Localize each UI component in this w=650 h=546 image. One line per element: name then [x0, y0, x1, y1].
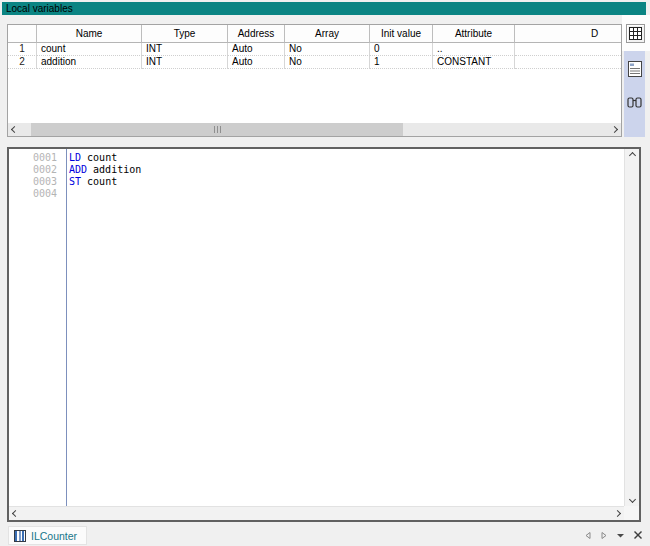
chevron-up-icon [628, 152, 635, 159]
scroll-up-button[interactable] [626, 149, 639, 162]
document-tab-bar: ILCounter [0, 524, 650, 546]
column-header-name[interactable]: Name [37, 25, 142, 43]
tab-navigation [584, 530, 643, 540]
local-variables-table: Name Type Address Array Init value Attri… [7, 24, 622, 137]
scroll-down-button[interactable] [626, 493, 639, 506]
tab-list-dropdown-button[interactable] [616, 531, 625, 540]
line-number: 0001 [9, 152, 62, 164]
cell-array[interactable]: No [285, 56, 370, 69]
table-horizontal-scrollbar[interactable] [8, 123, 621, 136]
column-header-type[interactable]: Type [142, 25, 228, 43]
variable-list-button[interactable] [624, 59, 645, 79]
column-header-attribute[interactable]: Attribute [433, 25, 515, 43]
chevron-left-icon [12, 510, 19, 517]
scrollbar-thumb[interactable] [31, 123, 403, 136]
cell-address[interactable]: Auto [228, 56, 285, 69]
code-text: ST count [62, 176, 117, 188]
cell-attribute[interactable]: CONSTANT [433, 56, 515, 69]
chevron-left-icon [11, 126, 18, 133]
cell-type[interactable]: INT [142, 43, 228, 56]
scroll-right-button[interactable] [611, 507, 624, 520]
table-row[interactable]: 2 addition INT Auto No 1 CONSTANT [8, 56, 621, 69]
table-header-row: Name Type Address Array Init value Attri… [8, 25, 621, 43]
cell-init-value[interactable]: 1 [370, 56, 433, 69]
code-text: ADD addition [62, 164, 141, 176]
gutter-separator [66, 149, 67, 506]
code-text: LD count [62, 152, 117, 164]
code-line[interactable]: 0003 ST count [9, 176, 624, 188]
column-header-address[interactable]: Address [228, 25, 285, 43]
line-number: 0002 [9, 164, 62, 176]
scrollbar-corner [624, 506, 639, 520]
cell-type[interactable]: INT [142, 56, 228, 69]
scroll-left-button[interactable] [9, 507, 22, 520]
column-header-array[interactable]: Array [285, 25, 370, 43]
chevron-down-icon [628, 496, 635, 503]
scroll-tabs-left-button[interactable] [584, 531, 592, 540]
editor-horizontal-scrollbar[interactable] [9, 506, 624, 520]
il-code-editor[interactable]: 0001 LD count 0002 ADD addition 0003 ST … [7, 147, 641, 522]
table-grid-area: Name Type Address Array Init value Attri… [8, 25, 621, 123]
chevron-right-icon [614, 510, 621, 517]
tab-ilcounter[interactable]: ILCounter [8, 526, 87, 545]
chevron-right-icon [611, 126, 618, 133]
code-line[interactable]: 0001 LD count [9, 152, 624, 164]
scroll-tabs-right-button[interactable] [600, 531, 608, 540]
cell-address[interactable]: Auto [228, 43, 285, 56]
close-button[interactable] [633, 530, 643, 540]
row-number: 1 [8, 43, 37, 56]
cell-array[interactable]: No [285, 43, 370, 56]
scroll-left-button[interactable] [8, 123, 21, 136]
pou-program-icon [14, 530, 26, 542]
cell-init-value[interactable]: 0 [370, 43, 433, 56]
line-number: 0003 [9, 176, 62, 188]
grid-icon [629, 27, 642, 40]
column-header-rownum[interactable] [8, 25, 37, 43]
code-area[interactable]: 0001 LD count 0002 ADD addition 0003 ST … [9, 149, 624, 506]
tab-label: ILCounter [31, 530, 77, 542]
scrollbar-track[interactable] [21, 123, 608, 136]
cell-description[interactable] [515, 43, 621, 56]
scroll-right-button[interactable] [608, 123, 621, 136]
watch-button[interactable] [624, 93, 645, 113]
code-line[interactable]: 0004 [9, 188, 624, 200]
line-number: 0004 [9, 188, 62, 200]
document-icon [628, 61, 642, 77]
cell-attribute[interactable]: .. [433, 43, 515, 56]
cell-name[interactable]: addition [37, 56, 142, 69]
table-row[interactable]: 1 count INT Auto No 0 .. [8, 43, 621, 56]
binoculars-icon [627, 97, 642, 109]
panel-title: Local variables [2, 2, 646, 15]
grid-view-button[interactable] [626, 24, 645, 43]
code-line[interactable]: 0002 ADD addition [9, 164, 624, 176]
row-number: 2 [8, 56, 37, 69]
editor-vertical-scrollbar[interactable] [624, 149, 639, 506]
column-header-init-value[interactable]: Init value [370, 25, 433, 43]
cell-name[interactable]: count [37, 43, 142, 56]
column-header-description[interactable]: D [515, 25, 621, 43]
cell-description[interactable] [515, 56, 621, 69]
